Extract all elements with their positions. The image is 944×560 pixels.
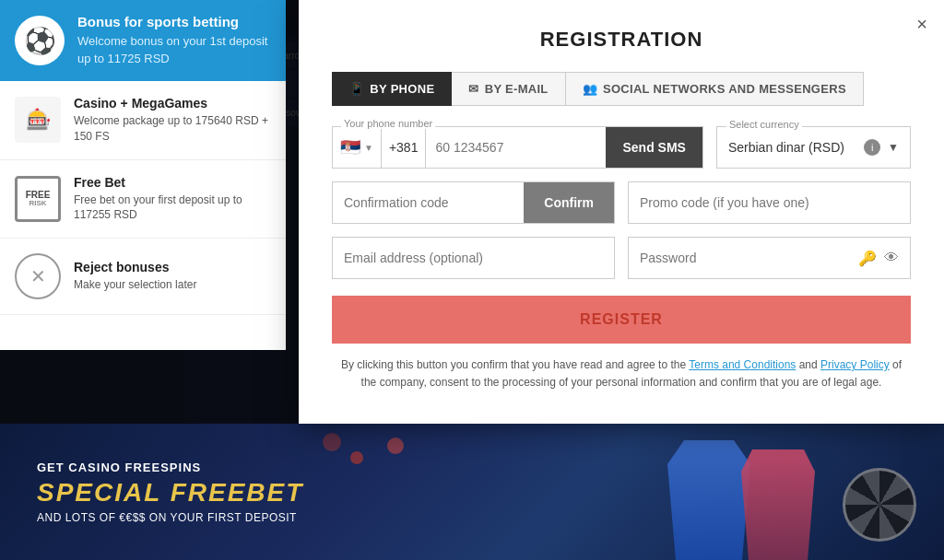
- password-input[interactable]: [629, 251, 858, 265]
- currency-value: Serbian dinar (RSD): [728, 140, 864, 155]
- phone-field-label: Your phone number: [341, 118, 435, 129]
- eye-icon[interactable]: 👁: [884, 250, 899, 266]
- email-password-row: 🔑 👁: [332, 237, 911, 279]
- country-flag-select[interactable]: 🇷🇸 ▼: [333, 127, 382, 168]
- modal-overlay: × REGISTRATION 📱 BY PHONE ✉ BY E-MAIL 👥 …: [0, 0, 944, 560]
- phone-currency-row: Your phone number 🇷🇸 ▼ +381 Send SMS Sel…: [332, 126, 911, 169]
- modal-close-button[interactable]: ×: [916, 15, 927, 33]
- social-tab-icon: 👥: [583, 82, 597, 96]
- currency-info-icon[interactable]: i: [864, 139, 880, 156]
- modal-title: REGISTRATION: [332, 28, 911, 52]
- send-sms-button[interactable]: Send SMS: [606, 127, 702, 168]
- promo-field-group: [628, 181, 911, 224]
- password-wrapper: 🔑 👁: [628, 237, 911, 279]
- currency-icons: i ▼: [864, 139, 899, 156]
- confirmation-promo-row: Confirm: [332, 181, 911, 224]
- terms-text: By clicking this button you confirm that…: [332, 356, 911, 391]
- social-tab-label: SOCIAL NETWORKS AND MESSENGERS: [603, 82, 846, 96]
- phone-number-input[interactable]: [426, 127, 606, 168]
- phone-field-group: Your phone number 🇷🇸 ▼ +381 Send SMS: [332, 126, 703, 169]
- confirmation-input-wrapper: Confirm: [332, 181, 615, 224]
- currency-chevron-icon: ▼: [888, 141, 899, 154]
- email-input[interactable]: [332, 237, 615, 279]
- currency-field-group: Select currency Serbian dinar (RSD) i ▼: [716, 126, 911, 169]
- phone-country-code: +381: [382, 127, 427, 168]
- registration-tabs: 📱 BY PHONE ✉ BY E-MAIL 👥 SOCIAL NETWORKS…: [332, 72, 911, 106]
- privacy-policy-link[interactable]: Privacy Policy: [820, 358, 890, 371]
- email-tab-icon: ✉: [468, 82, 478, 96]
- register-button[interactable]: REGISTER: [332, 296, 911, 344]
- registration-modal: × REGISTRATION 📱 BY PHONE ✉ BY E-MAIL 👥 …: [299, 0, 944, 424]
- phone-tab-icon: 📱: [349, 82, 364, 96]
- password-field-group: 🔑 👁: [628, 237, 911, 279]
- confirm-button[interactable]: Confirm: [524, 182, 614, 223]
- confirmation-field-group: Confirm: [332, 181, 615, 224]
- key-icon: 🔑: [858, 250, 877, 267]
- currency-select[interactable]: Select currency Serbian dinar (RSD) i ▼: [716, 126, 911, 169]
- tab-by-email[interactable]: ✉ BY E-MAIL: [452, 72, 565, 106]
- email-tab-label: BY E-MAIL: [485, 82, 549, 96]
- phone-tab-label: BY PHONE: [370, 82, 434, 96]
- tab-by-phone[interactable]: 📱 BY PHONE: [332, 72, 452, 106]
- email-field-group: [332, 237, 615, 279]
- currency-field-label: Select currency: [726, 119, 802, 130]
- password-icons: 🔑 👁: [858, 250, 910, 267]
- promo-code-input[interactable]: [628, 181, 911, 224]
- phone-input-wrapper: 🇷🇸 ▼ +381 Send SMS: [332, 126, 703, 169]
- flag-chevron-icon: ▼: [364, 143, 373, 153]
- tab-social[interactable]: 👥 SOCIAL NETWORKS AND MESSENGERS: [566, 72, 864, 106]
- confirmation-code-input[interactable]: [333, 182, 524, 223]
- country-flag: 🇷🇸: [340, 137, 360, 158]
- terms-conditions-link[interactable]: Terms and Conditions: [689, 358, 796, 371]
